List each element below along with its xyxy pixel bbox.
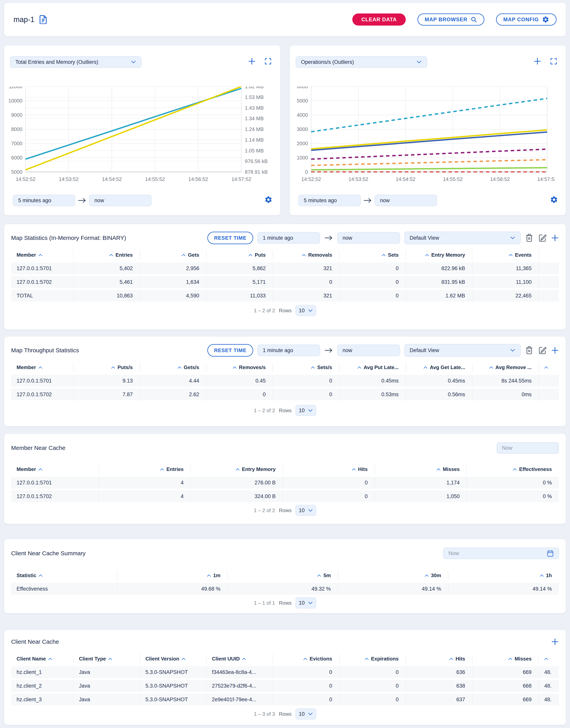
edit-view-icon[interactable] <box>538 346 547 355</box>
table-cell: Java <box>73 680 140 692</box>
column-header-gets[interactable]: Gets <box>140 250 207 259</box>
sort-caret-icon <box>311 366 315 369</box>
page-size-select[interactable]: 10 <box>296 709 316 719</box>
column-header-entry-memory[interactable]: Entry Memory <box>406 250 473 259</box>
sort-caret-icon <box>423 366 428 369</box>
pagination: 1 – 3 of 3 Rows 10 <box>11 709 559 719</box>
column-header-member[interactable]: Member <box>11 363 73 372</box>
chevron-down-icon <box>308 409 313 412</box>
time-to-input[interactable]: now <box>337 232 400 243</box>
column-header-avg-remove-[interactable]: Avg Remove ... <box>472 363 539 372</box>
delete-view-icon[interactable] <box>525 346 534 355</box>
column-header-avg-put-late-[interactable]: Avg Put Late... <box>339 363 406 372</box>
map-config-button[interactable]: MAP CONFIG <box>496 13 557 26</box>
column-header-client-version[interactable]: Client Version <box>140 654 207 664</box>
time-to-input[interactable]: now <box>89 195 152 206</box>
column-header-evictions[interactable]: Evictions <box>273 654 339 664</box>
column-header-sets[interactable]: Sets <box>339 250 406 259</box>
column-header-entry-memory[interactable]: Entry Memory <box>191 465 283 474</box>
sort-caret-icon <box>160 468 164 471</box>
add-chart-icon[interactable] <box>248 57 256 65</box>
chart-settings-gear-icon[interactable] <box>264 196 273 205</box>
chart-metric-select[interactable]: Operations/s (Outliers) <box>296 56 427 68</box>
entries-memory-chart: 1100010000900080007000600050001.62 MB1.5… <box>4 86 275 185</box>
table-cell: 321 <box>273 262 339 274</box>
view-select[interactable]: Default View <box>404 344 521 357</box>
add-chart-icon[interactable] <box>534 57 541 65</box>
column-header-blank[interactable] <box>539 654 559 664</box>
table-cell: 0 <box>339 290 406 302</box>
column-label: Events <box>515 252 532 258</box>
column-header-blank[interactable] <box>539 250 559 259</box>
column-header-entries[interactable]: Entries <box>99 465 191 474</box>
column-header-misses[interactable]: Misses <box>472 654 539 664</box>
chart-settings-gear-icon[interactable] <box>550 196 558 205</box>
time-from-input[interactable]: 5 minutes ago <box>13 195 75 206</box>
add-view-icon[interactable] <box>551 234 559 242</box>
sort-caret-icon <box>207 574 211 577</box>
column-header-member[interactable]: Member <box>11 250 73 259</box>
column-header-misses[interactable]: Misses <box>375 465 467 474</box>
column-header-5m[interactable]: 5m <box>228 571 338 580</box>
column-header-1h[interactable]: 1h <box>448 571 559 580</box>
column-header-sets-s[interactable]: Sets/s <box>273 363 339 372</box>
table-cell: 2.62 <box>140 389 207 400</box>
column-header-puts[interactable]: Puts <box>206 250 273 259</box>
page-size-select[interactable]: 10 <box>296 405 316 416</box>
time-from-input[interactable]: 5 minutes ago <box>298 195 361 206</box>
time-to-input[interactable]: now <box>375 195 437 206</box>
view-select[interactable]: Default View <box>404 232 521 244</box>
add-column-icon[interactable] <box>551 638 559 646</box>
column-header-member[interactable]: Member <box>11 465 99 474</box>
table-cell: 49.68 % <box>117 583 228 595</box>
column-header-expirations[interactable]: Expirations <box>339 654 406 664</box>
time-now-input[interactable]: Now <box>497 442 559 453</box>
reset-time-button[interactable]: RESET TIME <box>207 232 253 244</box>
column-header-events[interactable]: Events <box>472 250 539 259</box>
column-header-1m[interactable]: 1m <box>117 571 228 580</box>
chart-metric-select[interactable]: Total Entries and Memory (Outliers) <box>10 56 141 68</box>
time-to-input[interactable]: now <box>337 345 400 356</box>
table-cell: Java <box>73 694 140 705</box>
column-header-puts-s[interactable]: Puts/s <box>73 363 140 372</box>
page-size-value: 10 <box>299 308 305 314</box>
column-header-hits[interactable]: Hits <box>406 654 473 664</box>
fullscreen-icon[interactable] <box>550 57 557 65</box>
pagination-rows-label: Rows <box>279 508 292 514</box>
delete-view-icon[interactable] <box>525 233 534 242</box>
column-header-effectiveness[interactable]: Effectiveness <box>467 465 559 474</box>
column-header-gets-s[interactable]: Gets/s <box>140 363 207 372</box>
column-header-hits[interactable]: Hits <box>283 465 375 474</box>
page-size-select[interactable]: 10 <box>296 305 316 316</box>
pagination-range: 1 – 1 of 1 <box>254 600 275 606</box>
time-now-input[interactable]: Now <box>443 548 559 559</box>
column-header-30m[interactable]: 30m <box>338 571 449 580</box>
column-header-removes-s[interactable]: Removes/s <box>206 363 273 372</box>
map-statistics-table: MemberEntriesGetsPutsRemovalsSetsEntry M… <box>11 250 559 302</box>
column-header-removals[interactable]: Removals <box>273 250 339 259</box>
column-header-blank[interactable] <box>539 363 559 372</box>
edit-view-icon[interactable] <box>538 233 547 242</box>
clear-data-button[interactable]: CLEAR DATA <box>352 13 405 26</box>
table-row: 127.0.0.1:57019.134.440.4500.45ms0.45ms8… <box>11 375 559 387</box>
page-size-select[interactable]: 10 <box>296 505 316 516</box>
column-header-statistic[interactable]: Statistic <box>11 571 117 580</box>
svg-text:2000: 2000 <box>297 141 308 146</box>
add-view-icon[interactable] <box>551 346 559 354</box>
column-header-client-uuid[interactable]: Client UUID <box>206 654 273 664</box>
page-size-select[interactable]: 10 <box>296 597 316 608</box>
column-header-client-type[interactable]: Client Type <box>73 654 140 664</box>
svg-text:5000: 5000 <box>297 98 308 104</box>
time-from-input[interactable]: 1 minute ago <box>258 232 320 243</box>
column-header-entries[interactable]: Entries <box>73 250 140 259</box>
reset-time-button[interactable]: RESET TIME <box>207 344 253 357</box>
sort-caret-icon <box>303 658 307 660</box>
map-browser-button[interactable]: MAP BROWSER <box>417 13 484 26</box>
column-header-client-name[interactable]: Client Name <box>11 654 73 664</box>
svg-text:1000: 1000 <box>297 155 308 161</box>
map-document-icon[interactable] <box>39 15 47 24</box>
fullscreen-icon[interactable] <box>264 57 272 65</box>
time-from-input[interactable]: 1 minute ago <box>258 345 320 356</box>
column-header-avg-get-late-[interactable]: Avg Get Late... <box>406 363 473 372</box>
pagination-rows-label: Rows <box>279 407 292 413</box>
